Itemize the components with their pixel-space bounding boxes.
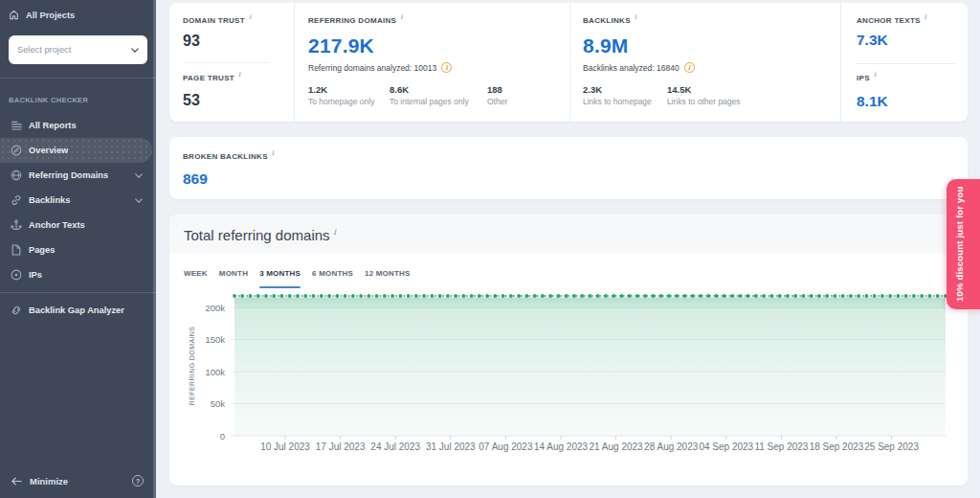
domain-trust-label: DOMAIN TRUSTi [183,16,294,25]
svg-text:21 Aug 2023: 21 Aug 2023 [590,441,644,452]
sidebar-scrollbar[interactable] [153,0,156,498]
reports-icon [11,120,22,131]
svg-text:0: 0 [220,431,225,441]
svg-text:11 Sep 2023: 11 Sep 2023 [754,441,808,452]
referring-domains-value: 217.9K [308,35,569,56]
sidebar-item-backlink-gap-analyzer[interactable]: Backlink Gap Analyzer [0,298,156,323]
discount-ribbon-text: 10% discount just for you [954,179,965,309]
svg-text:25 Sep 2023: 25 Sep 2023 [864,441,919,452]
target-icon [11,269,22,281]
sidebar-item-label: All Reports [29,121,148,130]
sidebar-item-pages[interactable]: Pages [0,238,156,262]
broken-backlinks-value: 869 [183,171,953,187]
minimize-button[interactable]: Minimize [11,476,68,487]
svg-text:10 Jul 2023: 10 Jul 2023 [260,441,310,452]
info-circle-icon[interactable]: i [684,62,695,73]
info-superscript-icon[interactable]: i [400,13,402,21]
tab-week[interactable]: WEEK [184,269,208,286]
page-icon [11,244,22,256]
info-superscript-icon[interactable]: i [334,228,337,237]
divider [183,62,269,63]
sidebar-section-label: BACKLINK CHECKER [0,79,156,113]
anchor-ips-column: ANCHOR TEXTSi 7.3K IPSi 8.1K [840,3,968,122]
svg-text:24 Jul 2023: 24 Jul 2023 [370,441,420,452]
breakdown-item: 2.3K Links to homepage [583,85,667,106]
page-trust-label: PAGE TRUSTi [183,74,294,82]
svg-text:100k: 100k [205,367,225,377]
tab-6-months[interactable]: 6 MONTHS [312,269,353,286]
sidebar-item-label: Overview [29,146,145,155]
discount-ribbon[interactable]: 10% discount just for you [947,179,980,309]
referring-domains-label: REFERRING DOMAINSi [308,16,569,25]
sidebar: All Projects Select project BACKLINK CHE… [0,0,156,498]
overview-icon [11,145,22,156]
main-content: DOMAIN TRUSTi 93 PAGE TRUSTi 53 REFERRIN… [156,0,980,498]
info-superscript-icon[interactable]: i [249,13,251,21]
divider [857,63,956,64]
referring-domains-column: REFERRING DOMAINSi 217.9K Referring doma… [294,3,569,122]
broken-backlinks-card: BROKEN BACKLINKSi 869 [169,137,968,199]
ips-value: 8.1K [857,94,956,109]
backlinks-column: BACKLINKSi 8.9M Backlinks analyzed: 1684… [569,3,840,122]
sidebar-tools: Backlink Gap Analyzer [0,298,156,323]
all-projects-link[interactable]: All Projects [9,10,147,28]
sidebar-item-overview[interactable]: Overview [0,138,152,163]
sidebar-item-backlinks[interactable]: Backlinks [0,188,156,213]
select-project-placeholder: Select project [17,45,71,55]
chart-title: Total referring domainsi [184,227,336,243]
breakdown-item: 8.6K To internal pages only [390,85,487,106]
info-superscript-icon[interactable]: i [272,149,274,157]
sidebar-item-label: Backlink Gap Analyzer [29,306,148,315]
svg-text:150k: 150k [205,334,225,345]
app-root: All Projects Select project BACKLINK CHE… [0,0,980,498]
link-icon [11,194,22,206]
select-project-dropdown[interactable]: Select project [9,35,147,64]
tab-12-months[interactable]: 12 MONTHS [365,269,411,286]
sidebar-item-label: IPs [29,270,148,280]
sidebar-item-referring-domains[interactable]: Referring Domains [0,163,156,188]
tab-3-months[interactable]: 3 MONTHS [259,269,301,286]
sidebar-item-anchor-texts[interactable]: Anchor Texts [0,213,156,238]
info-circle-icon[interactable]: i [441,62,452,73]
sidebar-item-label: Backlinks [29,195,128,205]
home-icon [9,10,19,20]
referring-domains-chart[interactable]: 050k100k150k200kREFERRING DOMAINS10 Jul … [169,289,968,466]
gap-analyzer-icon [11,305,22,316]
sidebar-nav: All ReportsOverviewReferring DomainsBack… [0,113,156,287]
page-trust-value: 53 [183,93,294,108]
anchor-icon [11,219,22,231]
chart-card: Total referring domainsi WEEKMONTH3 MONT… [169,215,968,486]
chart-card-header: Total referring domainsi [169,215,968,253]
sidebar-item-label: Referring Domains [29,170,128,180]
svg-text:50k: 50k [211,398,226,409]
svg-text:200k: 200k [205,303,225,313]
svg-text:07 Aug 2023: 07 Aug 2023 [479,441,533,452]
referring-domains-breakdown: 1.2K To homepage only 8.6K To internal p… [308,85,569,106]
sidebar-item-label: Pages [29,245,148,255]
sidebar-footer: Minimize ? [0,464,156,498]
breakdown-item: 14.5K Links to other pages [667,85,741,106]
tab-month[interactable]: MONTH [219,269,248,286]
minimize-label: Minimize [30,476,68,487]
help-icon[interactable]: ? [132,475,144,487]
metrics-card: DOMAIN TRUSTi 93 PAGE TRUSTi 53 REFERRIN… [169,3,968,122]
sidebar-item-ips[interactable]: IPs [0,262,156,287]
info-superscript-icon[interactable]: i [924,13,926,21]
info-superscript-icon[interactable]: i [635,13,636,21]
chart-area: 050k100k150k200kREFERRING DOMAINS10 Jul … [169,289,968,466]
trust-column: DOMAIN TRUSTi 93 PAGE TRUSTi 53 [169,3,294,122]
backlinks-value: 8.9M [583,35,840,56]
sidebar-item-all-reports[interactable]: All Reports [0,113,156,138]
referring-domains-analyzed: Referring domains analyzed: 10013 i [308,62,569,73]
anchor-texts-value: 7.3K [857,33,956,48]
svg-text:28 Aug 2023: 28 Aug 2023 [644,441,699,452]
broken-backlinks-label: BROKEN BACKLINKSi [183,152,953,161]
info-superscript-icon[interactable]: i [874,71,876,79]
svg-text:18 Sep 2023: 18 Sep 2023 [810,441,864,452]
backlinks-breakdown: 2.3K Links to homepage 14.5K Links to ot… [583,85,840,106]
info-superscript-icon[interactable]: i [238,71,240,79]
breakdown-item: 188 Other [487,85,507,106]
svg-text:14 Aug 2023: 14 Aug 2023 [534,441,589,452]
period-tabs: WEEKMONTH3 MONTHS6 MONTHS12 MONTHS [169,253,968,286]
svg-text:17 Jul 2023: 17 Jul 2023 [316,441,366,452]
